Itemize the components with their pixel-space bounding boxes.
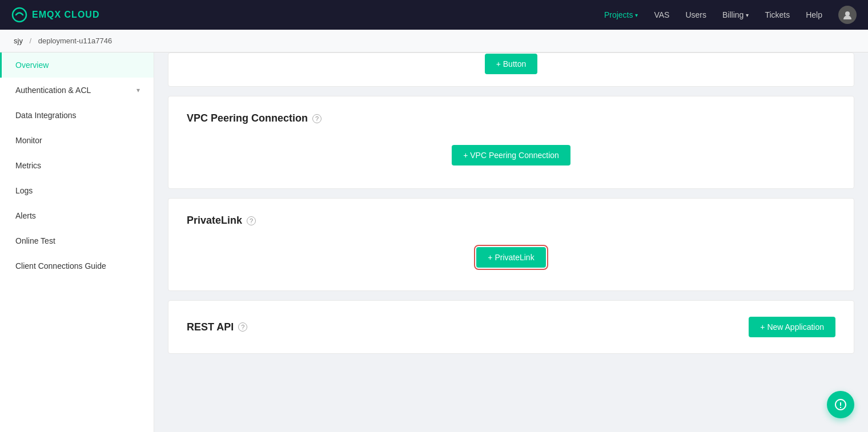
add-vpc-peering-button[interactable]: + VPC Peering Connection <box>452 145 570 165</box>
main-content: + Button VPC Peering Connection ? + VPC … <box>154 53 868 432</box>
breadcrumb-sjy[interactable]: sjy <box>14 37 23 45</box>
brand-name: EMQX CLOUD <box>32 10 99 20</box>
partial-top-button[interactable]: + Button <box>485 54 538 74</box>
privatelink-section: PrivateLink ? + PrivateLink <box>168 198 854 291</box>
sidebar-item-logs[interactable]: Logs <box>0 178 154 203</box>
sidebar-item-data-integrations[interactable]: Data Integrations <box>0 103 154 128</box>
privatelink-header: PrivateLink ? <box>187 215 835 227</box>
nav-billing[interactable]: Billing ▾ <box>722 10 749 19</box>
vpc-peering-body: + VPC Peering Connection <box>187 138 835 172</box>
top-navigation: EMQX CLOUD Projects ▾ VAS Users Billing … <box>0 0 868 30</box>
sidebar-item-alerts[interactable]: Alerts <box>0 203 154 228</box>
svg-point-0 <box>13 8 26 22</box>
breadcrumb-separator: / <box>27 37 34 45</box>
vpc-peering-section: VPC Peering Connection ? + VPC Peering C… <box>168 96 854 189</box>
nav-vas[interactable]: VAS <box>654 10 669 19</box>
add-privatelink-button[interactable]: + PrivateLink <box>476 247 545 268</box>
auth-acl-arrow-icon: ▾ <box>136 86 140 94</box>
logo-icon <box>11 7 27 23</box>
sidebar-item-metrics[interactable]: Metrics <box>0 153 154 178</box>
rest-api-header: REST API ? + New Application <box>187 317 835 337</box>
help-fab-button[interactable] <box>827 391 854 418</box>
privatelink-help-icon[interactable]: ? <box>247 216 256 225</box>
brand-logo[interactable]: EMQX CLOUD <box>11 7 99 23</box>
privatelink-title: PrivateLink <box>187 215 242 227</box>
nav-links: Projects ▾ VAS Users Billing ▾ Tickets H… <box>604 6 857 24</box>
page-layout: Overview Authentication & ACL ▾ Data Int… <box>0 53 868 432</box>
rest-api-title-group: REST API ? <box>187 321 247 333</box>
rest-api-help-icon[interactable]: ? <box>238 322 247 332</box>
help-fab-icon <box>834 398 847 411</box>
nav-users[interactable]: Users <box>685 10 706 19</box>
sidebar-item-online-test[interactable]: Online Test <box>0 228 154 253</box>
nav-help[interactable]: Help <box>806 10 822 19</box>
breadcrumb-deployment: deployment-u11a7746 <box>38 37 112 45</box>
sidebar-item-auth-acl[interactable]: Authentication & ACL ▾ <box>0 78 154 103</box>
projects-chevron-icon: ▾ <box>635 12 638 18</box>
partial-top-card: + Button <box>168 53 854 87</box>
sidebar-item-overview[interactable]: Overview <box>0 53 154 78</box>
user-avatar[interactable] <box>838 6 857 24</box>
avatar-icon <box>842 10 853 20</box>
sidebar: Overview Authentication & ACL ▾ Data Int… <box>0 53 154 432</box>
new-application-button[interactable]: + New Application <box>749 317 835 337</box>
rest-api-section: REST API ? + New Application <box>168 300 854 354</box>
billing-chevron-icon: ▾ <box>746 12 749 18</box>
rest-api-title: REST API <box>187 321 234 333</box>
breadcrumb: sjy / deployment-u11a7746 <box>0 30 868 53</box>
vpc-peering-title: VPC Peering Connection <box>187 112 308 124</box>
sidebar-item-monitor[interactable]: Monitor <box>0 128 154 153</box>
nav-projects[interactable]: Projects ▾ <box>604 10 638 19</box>
vpc-peering-header: VPC Peering Connection ? <box>187 112 835 124</box>
sidebar-item-client-connections[interactable]: Client Connections Guide <box>0 253 154 278</box>
svg-point-1 <box>845 11 850 16</box>
nav-tickets[interactable]: Tickets <box>765 10 790 19</box>
privatelink-body: + PrivateLink <box>187 240 835 274</box>
vpc-peering-help-icon[interactable]: ? <box>312 114 322 123</box>
